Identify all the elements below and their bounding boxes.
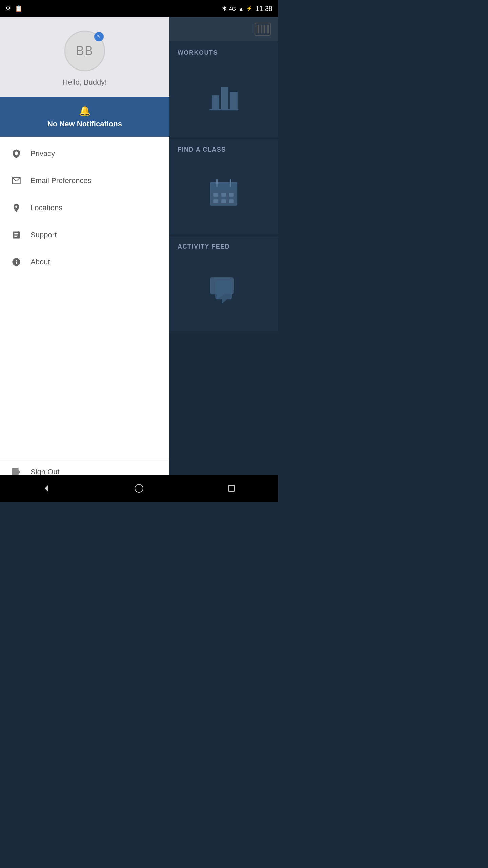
privacy-label: Privacy (30, 149, 55, 158)
menu-item-privacy[interactable]: Privacy (0, 140, 169, 167)
back-button[interactable] (36, 478, 57, 498)
location-icon (10, 202, 22, 214)
settings-icon: ⚙ (5, 5, 11, 12)
locations-label: Locations (30, 203, 62, 212)
find-a-class-title: FIND A CLASS (178, 146, 226, 153)
status-bar: ⚙ 📋 ✱ 4G ▲ ⚡ 11:38 (0, 0, 278, 17)
menu-item-about[interactable]: About (0, 249, 169, 276)
svg-rect-14 (209, 109, 238, 110)
menu-item-email-preferences[interactable]: Email Preferences (0, 167, 169, 194)
notification-banner: 🔔 No New Notifications (0, 97, 169, 137)
svg-rect-16 (210, 182, 237, 190)
svg-rect-24 (229, 199, 234, 203)
home-button[interactable] (129, 478, 149, 498)
svg-point-30 (135, 484, 143, 492)
svg-marker-29 (45, 485, 48, 492)
bar-chart-icon (207, 80, 241, 111)
edit-avatar-button[interactable]: ✎ (94, 32, 104, 41)
avatar-container: BB ✎ (64, 31, 105, 71)
signal-icon: 4G (229, 6, 236, 12)
workouts-card[interactable]: WORKOUTS (169, 42, 278, 137)
bluetooth-icon: ✱ (222, 5, 226, 12)
email-icon (10, 175, 22, 187)
external-link-icon (10, 229, 22, 241)
workouts-icon-area (178, 60, 270, 131)
status-right-icons: ✱ 4G ▲ ⚡ 11:38 (222, 5, 272, 13)
battery-icon: ⚡ (246, 5, 253, 12)
menu-item-support[interactable]: Support (0, 221, 169, 249)
email-preferences-label: Email Preferences (30, 176, 92, 185)
svg-marker-28 (222, 299, 227, 304)
menu-item-locations[interactable]: Locations (0, 194, 169, 221)
recents-button[interactable] (221, 478, 242, 498)
svg-rect-21 (229, 193, 234, 197)
info-icon (10, 256, 22, 268)
clipboard-icon: 📋 (15, 5, 22, 12)
activity-feed-icon-area (178, 254, 270, 324)
svg-rect-31 (228, 485, 235, 491)
barcode-area[interactable] (169, 17, 278, 41)
svg-rect-27 (215, 281, 232, 299)
workouts-title: WORKOUTS (178, 49, 218, 56)
svg-rect-12 (221, 87, 228, 109)
main-layout: BB ✎ Hello, Buddy! 🔔 No New Notification… (0, 17, 278, 485)
chat-icon (207, 274, 241, 304)
about-label: About (30, 258, 50, 267)
calendar-icon (207, 177, 241, 208)
signal-bars-icon: ▲ (239, 6, 244, 12)
status-left-icons: ⚙ 📋 (5, 5, 22, 12)
menu-list: Privacy Email Preferences Location (0, 137, 169, 459)
activity-feed-title: ACTIVITY FEED (178, 243, 230, 250)
svg-rect-19 (214, 193, 218, 197)
activity-feed-card[interactable]: ACTIVITY FEED (169, 236, 278, 331)
svg-rect-23 (221, 199, 226, 203)
svg-rect-11 (212, 95, 219, 109)
svg-rect-20 (221, 193, 226, 197)
profile-section: BB ✎ Hello, Buddy! (0, 17, 169, 97)
pencil-icon: ✎ (97, 34, 101, 39)
svg-rect-13 (230, 92, 238, 109)
find-a-class-card[interactable]: FIND A CLASS (169, 139, 278, 234)
svg-rect-22 (214, 199, 218, 203)
navigation-bar (0, 475, 278, 502)
barcode-icon (254, 22, 271, 36)
greeting-text: Hello, Buddy! (63, 78, 107, 87)
avatar-initials: BB (76, 44, 94, 58)
find-a-class-icon-area (178, 157, 270, 228)
notification-text: No New Notifications (47, 120, 122, 129)
right-panel: WORKOUTS FIND A CLASS (169, 17, 278, 485)
support-label: Support (30, 231, 57, 239)
bell-icon: 🔔 (79, 105, 91, 116)
status-time: 11:38 (256, 5, 272, 13)
navigation-drawer: BB ✎ Hello, Buddy! 🔔 No New Notification… (0, 17, 169, 485)
shield-icon (10, 147, 22, 160)
